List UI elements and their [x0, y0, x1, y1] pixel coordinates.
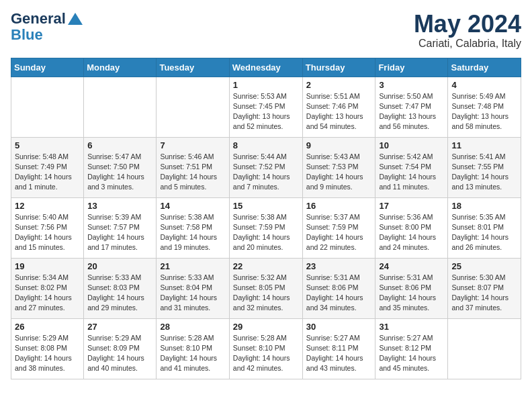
calendar-cell: 19Sunrise: 5:34 AM Sunset: 8:02 PM Dayli…: [11, 258, 84, 318]
day-info: Sunrise: 5:29 AM Sunset: 8:08 PM Dayligh…: [15, 333, 80, 374]
calendar-cell: 17Sunrise: 5:36 AM Sunset: 8:00 PM Dayli…: [375, 197, 448, 258]
calendar-cell: [84, 77, 157, 137]
calendar-cell: 31Sunrise: 5:27 AM Sunset: 8:12 PM Dayli…: [375, 318, 448, 379]
calendar-cell: 5Sunrise: 5:48 AM Sunset: 7:49 PM Daylig…: [11, 137, 84, 197]
calendar-table: SundayMondayTuesdayWednesdayThursdayFrid…: [11, 58, 521, 379]
day-number: 21: [160, 261, 225, 271]
day-number: 27: [87, 322, 152, 332]
day-info: Sunrise: 5:46 AM Sunset: 7:51 PM Dayligh…: [160, 152, 225, 193]
calendar-cell: 15Sunrise: 5:38 AM Sunset: 7:59 PM Dayli…: [229, 197, 302, 258]
weekday-header: Sunday: [11, 58, 84, 77]
weekday-header: Monday: [84, 58, 157, 77]
svg-marker-0: [68, 13, 83, 25]
calendar-cell: 6Sunrise: 5:47 AM Sunset: 7:50 PM Daylig…: [84, 137, 157, 197]
day-number: 19: [15, 261, 80, 271]
day-number: 7: [160, 140, 225, 150]
day-number: 13: [87, 201, 152, 211]
location: Cariati, Calabria, Italy: [414, 38, 521, 50]
day-info: Sunrise: 5:34 AM Sunset: 8:02 PM Dayligh…: [15, 273, 80, 314]
weekday-header: Saturday: [448, 58, 521, 77]
day-info: Sunrise: 5:39 AM Sunset: 7:57 PM Dayligh…: [87, 212, 152, 253]
day-info: Sunrise: 5:40 AM Sunset: 7:56 PM Dayligh…: [15, 212, 80, 253]
day-info: Sunrise: 5:47 AM Sunset: 7:50 PM Dayligh…: [87, 152, 152, 193]
calendar-cell: 1Sunrise: 5:53 AM Sunset: 7:45 PM Daylig…: [229, 77, 302, 137]
calendar-cell: 28Sunrise: 5:28 AM Sunset: 8:10 PM Dayli…: [157, 318, 229, 379]
day-number: 30: [306, 322, 372, 332]
calendar-cell: 12Sunrise: 5:40 AM Sunset: 7:56 PM Dayli…: [11, 197, 84, 258]
calendar-cell: [448, 318, 521, 379]
day-info: Sunrise: 5:44 AM Sunset: 7:52 PM Dayligh…: [233, 152, 299, 193]
weekday-header: Thursday: [302, 58, 375, 77]
day-number: 22: [233, 261, 299, 271]
calendar-cell: 11Sunrise: 5:41 AM Sunset: 7:55 PM Dayli…: [448, 137, 521, 197]
day-number: 15: [233, 201, 299, 211]
day-number: 6: [87, 140, 152, 150]
day-info: Sunrise: 5:51 AM Sunset: 7:46 PM Dayligh…: [306, 91, 372, 132]
day-info: Sunrise: 5:50 AM Sunset: 7:47 PM Dayligh…: [379, 91, 444, 132]
calendar-cell: 14Sunrise: 5:38 AM Sunset: 7:58 PM Dayli…: [157, 197, 229, 258]
day-info: Sunrise: 5:37 AM Sunset: 7:59 PM Dayligh…: [306, 212, 372, 253]
day-info: Sunrise: 5:48 AM Sunset: 7:49 PM Dayligh…: [15, 152, 80, 193]
calendar-week-row: 5Sunrise: 5:48 AM Sunset: 7:49 PM Daylig…: [11, 137, 521, 197]
calendar-cell: 18Sunrise: 5:35 AM Sunset: 8:01 PM Dayli…: [448, 197, 521, 258]
header-row: SundayMondayTuesdayWednesdayThursdayFrid…: [11, 58, 521, 77]
calendar-cell: 4Sunrise: 5:49 AM Sunset: 7:48 PM Daylig…: [448, 77, 521, 137]
day-info: Sunrise: 5:42 AM Sunset: 7:54 PM Dayligh…: [379, 152, 444, 193]
day-number: 9: [306, 140, 372, 150]
logo-icon: [68, 13, 83, 25]
calendar-cell: [157, 77, 229, 137]
day-info: Sunrise: 5:28 AM Sunset: 8:10 PM Dayligh…: [160, 333, 225, 374]
day-number: 14: [160, 201, 225, 211]
day-number: 4: [451, 80, 517, 90]
calendar-cell: 3Sunrise: 5:50 AM Sunset: 7:47 PM Daylig…: [375, 77, 448, 137]
calendar-cell: 29Sunrise: 5:28 AM Sunset: 8:10 PM Dayli…: [229, 318, 302, 379]
day-info: Sunrise: 5:53 AM Sunset: 7:45 PM Dayligh…: [233, 91, 299, 132]
day-number: 20: [87, 261, 152, 271]
day-info: Sunrise: 5:49 AM Sunset: 7:48 PM Dayligh…: [451, 91, 517, 132]
day-info: Sunrise: 5:43 AM Sunset: 7:53 PM Dayligh…: [306, 152, 372, 193]
calendar-week-row: 12Sunrise: 5:40 AM Sunset: 7:56 PM Dayli…: [11, 197, 521, 258]
calendar-cell: 25Sunrise: 5:30 AM Sunset: 8:07 PM Dayli…: [448, 258, 521, 318]
day-number: 24: [379, 261, 444, 271]
day-info: Sunrise: 5:33 AM Sunset: 8:04 PM Dayligh…: [160, 273, 225, 314]
title-block: May 2024 Cariati, Calabria, Italy: [414, 11, 521, 50]
calendar-week-row: 1Sunrise: 5:53 AM Sunset: 7:45 PM Daylig…: [11, 77, 521, 137]
logo-blue: Blue: [11, 27, 43, 43]
weekday-header: Friday: [375, 58, 448, 77]
day-number: 2: [306, 80, 372, 90]
logo-general: General: [11, 11, 66, 27]
calendar-cell: 13Sunrise: 5:39 AM Sunset: 7:57 PM Dayli…: [84, 197, 157, 258]
weekday-header: Wednesday: [229, 58, 302, 77]
calendar-week-row: 19Sunrise: 5:34 AM Sunset: 8:02 PM Dayli…: [11, 258, 521, 318]
day-number: 11: [451, 140, 517, 150]
day-info: Sunrise: 5:38 AM Sunset: 7:58 PM Dayligh…: [160, 212, 225, 253]
day-info: Sunrise: 5:27 AM Sunset: 8:12 PM Dayligh…: [379, 333, 444, 374]
day-info: Sunrise: 5:29 AM Sunset: 8:09 PM Dayligh…: [87, 333, 152, 374]
day-number: 12: [15, 201, 80, 211]
day-number: 8: [233, 140, 299, 150]
calendar-cell: 27Sunrise: 5:29 AM Sunset: 8:09 PM Dayli…: [84, 318, 157, 379]
day-info: Sunrise: 5:33 AM Sunset: 8:03 PM Dayligh…: [87, 273, 152, 314]
calendar-cell: 10Sunrise: 5:42 AM Sunset: 7:54 PM Dayli…: [375, 137, 448, 197]
day-number: 25: [451, 261, 517, 271]
day-info: Sunrise: 5:36 AM Sunset: 8:00 PM Dayligh…: [379, 212, 444, 253]
calendar-cell: 7Sunrise: 5:46 AM Sunset: 7:51 PM Daylig…: [157, 137, 229, 197]
day-number: 23: [306, 261, 372, 271]
day-info: Sunrise: 5:35 AM Sunset: 8:01 PM Dayligh…: [451, 212, 517, 253]
calendar-cell: 22Sunrise: 5:32 AM Sunset: 8:05 PM Dayli…: [229, 258, 302, 318]
day-number: 28: [160, 322, 225, 332]
weekday-header: Tuesday: [157, 58, 229, 77]
calendar-cell: 26Sunrise: 5:29 AM Sunset: 8:08 PM Dayli…: [11, 318, 84, 379]
calendar-cell: 2Sunrise: 5:51 AM Sunset: 7:46 PM Daylig…: [302, 77, 375, 137]
calendar-cell: 9Sunrise: 5:43 AM Sunset: 7:53 PM Daylig…: [302, 137, 375, 197]
day-number: 17: [379, 201, 444, 211]
calendar-cell: 23Sunrise: 5:31 AM Sunset: 8:06 PM Dayli…: [302, 258, 375, 318]
day-number: 18: [451, 201, 517, 211]
day-number: 29: [233, 322, 299, 332]
logo: General Blue: [11, 11, 83, 43]
page-header: General Blue May 2024 Cariati, Calabria,…: [11, 11, 521, 50]
calendar-week-row: 26Sunrise: 5:29 AM Sunset: 8:08 PM Dayli…: [11, 318, 521, 379]
day-number: 10: [379, 140, 444, 150]
day-info: Sunrise: 5:31 AM Sunset: 8:06 PM Dayligh…: [306, 273, 372, 314]
day-info: Sunrise: 5:32 AM Sunset: 8:05 PM Dayligh…: [233, 273, 299, 314]
